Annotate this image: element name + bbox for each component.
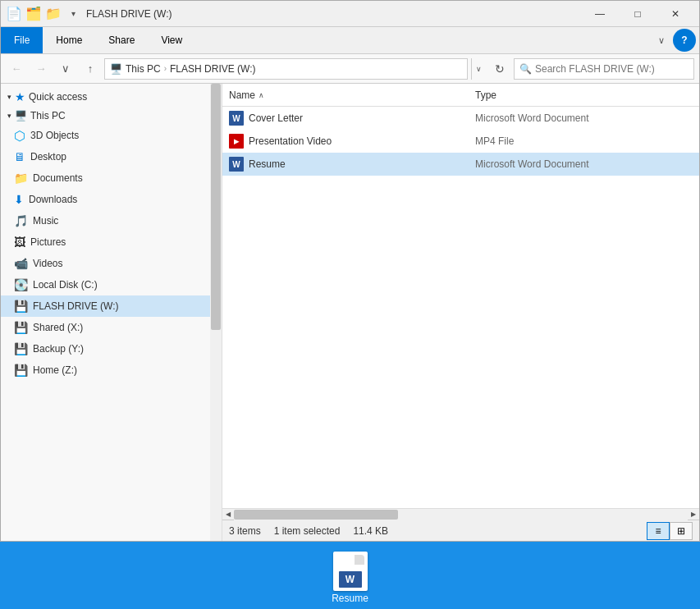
up-button[interactable]: ↑	[80, 58, 101, 80]
file-label-resume: Resume	[249, 158, 286, 170]
sidebar-item-documents[interactable]: 📁 Documents	[1, 167, 210, 189]
table-row[interactable]: W Cover Letter Microsoft Word Document	[222, 107, 699, 130]
quick-access-label[interactable]: Quick access	[29, 91, 87, 103]
sidebar-item-local-disk[interactable]: 💽 Local Disk (C:)	[1, 274, 210, 295]
desktop-icon: 🖥	[14, 150, 25, 163]
ribbon-collapse-button[interactable]: ∨	[650, 29, 673, 52]
path-dropdown-button[interactable]: ∨	[471, 58, 486, 80]
details-view-button[interactable]: ≡	[647, 522, 670, 540]
table-row[interactable]: ▶ Presentation Video MP4 File	[222, 130, 699, 153]
taskbar: W Resume	[0, 542, 700, 609]
videos-icon: 📹	[14, 257, 28, 270]
sidebar: ▾ ★ Quick access ▾ 🖥️ This PC ⬡ 3D Objec…	[1, 84, 222, 541]
view-toggle-buttons: ≡ ⊞	[647, 522, 693, 540]
sidebar-item-downloads[interactable]: ⬇ Downloads	[1, 189, 210, 210]
explorer-window: 📄 🗂️ 📁 ▾ FLASH DRIVE (W:) — □ ✕ File Hom…	[0, 0, 700, 542]
sidebar-scrollbar[interactable]	[210, 84, 222, 541]
refresh-button[interactable]: ↻	[489, 58, 510, 80]
sidebar-item-label-backup: Backup (Y:)	[33, 343, 84, 355]
sidebar-item-3d-objects[interactable]: ⬡ 3D Objects	[1, 125, 210, 146]
taskbar-word-badge: W	[339, 571, 362, 588]
h-scroll-thumb[interactable]	[234, 510, 398, 520]
tab-view[interactable]: View	[148, 27, 195, 53]
ribbon-right: ∨ ?	[650, 29, 699, 52]
large-icons-view-button[interactable]: ⊞	[670, 522, 693, 540]
address-bar: ← → ∨ ↑ 🖥️ This PC › FLASH DRIVE (W:) ∨ …	[1, 54, 699, 84]
ribbon-tabs: File Home Share View ∨ ?	[1, 27, 699, 53]
path-part-flashdrive[interactable]: FLASH DRIVE (W:)	[170, 63, 255, 75]
sidebar-item-label-3d: 3D Objects	[30, 130, 79, 141]
h-scroll-track[interactable]	[234, 509, 688, 520]
sidebar-scroll-thumb[interactable]	[211, 84, 221, 330]
sidebar-item-videos[interactable]: 📹 Videos	[1, 253, 210, 274]
sidebar-item-label-documents: Documents	[33, 172, 83, 184]
sidebar-inner: ▾ ★ Quick access ▾ 🖥️ This PC ⬡ 3D Objec…	[1, 84, 222, 381]
help-button[interactable]: ?	[673, 29, 696, 52]
column-name-header[interactable]: Name ∧	[222, 84, 469, 107]
h-scroll-right-button[interactable]: ▶	[688, 509, 699, 520]
ribbon: File Home Share View ∨ ?	[1, 27, 699, 54]
word-icon-cover-letter: W	[229, 111, 244, 126]
sidebar-item-pictures[interactable]: 🖼 Pictures	[1, 231, 210, 253]
file-name-presentation: ▶ Presentation Video	[222, 130, 469, 153]
column-header: Name ∧ Type	[222, 84, 699, 107]
quick-access-dropdown[interactable]: ▾	[65, 6, 81, 22]
sidebar-item-label-music: Music	[33, 215, 58, 227]
music-icon: 🎵	[14, 214, 28, 227]
window-controls: — □ ✕	[581, 1, 694, 27]
column-name-label: Name	[229, 89, 255, 101]
sidebar-item-flash-drive[interactable]: 💾 FLASH DRIVE (W:)	[1, 295, 210, 317]
close-button[interactable]: ✕	[657, 1, 694, 27]
sidebar-item-label-local-disk: Local Disk (C:)	[33, 279, 98, 291]
back-button[interactable]: ←	[6, 58, 27, 80]
address-path[interactable]: 🖥️ This PC › FLASH DRIVE (W:)	[104, 58, 468, 80]
sidebar-item-desktop[interactable]: 🖥 Desktop	[1, 146, 210, 167]
title-bar-icons: 📄 🗂️ 📁 ▾	[6, 6, 81, 22]
file-list: W Cover Letter Microsoft Word Document ▶…	[222, 107, 699, 508]
sidebar-item-music[interactable]: 🎵 Music	[1, 210, 210, 231]
recent-locations-button[interactable]: ∨	[55, 58, 76, 80]
file-type-presentation: MP4 File	[469, 130, 699, 153]
sidebar-item-shared[interactable]: 💾 Shared (X:)	[1, 317, 210, 338]
tab-home[interactable]: Home	[43, 27, 95, 53]
h-scroll-left-button[interactable]: ◀	[222, 509, 234, 520]
taskbar-file-label: Resume	[332, 593, 368, 604]
backup-icon: 💾	[14, 342, 28, 355]
sidebar-item-backup[interactable]: 💾 Backup (Y:)	[1, 338, 210, 359]
this-pc-arrow: ▾	[7, 112, 11, 120]
app-icon-3: 📁	[45, 6, 62, 22]
downloads-icon: ⬇	[14, 193, 24, 206]
quick-access-header: ▾ ★ Quick access	[1, 84, 210, 107]
taskbar-word-icon: W	[333, 552, 368, 591]
app-icon-2: 🗂️	[25, 6, 42, 22]
search-input[interactable]	[535, 63, 689, 75]
file-label-cover-letter: Cover Letter	[249, 112, 303, 124]
search-box[interactable]: 🔍	[514, 58, 694, 80]
tab-file[interactable]: File	[1, 27, 43, 53]
quick-access-star-icon: ★	[15, 90, 25, 103]
tab-share[interactable]: Share	[95, 27, 148, 53]
file-type-resume: Microsoft Word Document	[469, 153, 699, 176]
quick-access-arrow: ▾	[7, 93, 11, 101]
path-icon: 🖥️	[110, 63, 122, 75]
sidebar-item-label-pictures: Pictures	[30, 236, 66, 248]
horizontal-scrollbar[interactable]: ◀ ▶	[222, 508, 699, 520]
sidebar-item-label-downloads: Downloads	[29, 194, 77, 205]
sidebar-item-home[interactable]: 💾 Home (Z:)	[1, 359, 210, 381]
selected-info-label: 1 item selected	[274, 525, 341, 537]
shared-icon: 💾	[14, 321, 28, 334]
sidebar-item-label-videos: Videos	[33, 258, 62, 269]
table-row[interactable]: W Resume Microsoft Word Document	[222, 153, 699, 176]
file-label-presentation: Presentation Video	[249, 135, 332, 147]
sidebar-item-label-flash-drive: FLASH DRIVE (W:)	[33, 300, 118, 312]
forward-button[interactable]: →	[30, 58, 52, 80]
file-size-label: 11.4 KB	[353, 525, 388, 537]
this-pc-label[interactable]: This PC	[30, 110, 66, 121]
taskbar-file-icon[interactable]: W Resume	[332, 552, 368, 604]
sidebar-item-label-shared: Shared (X:)	[33, 322, 83, 333]
minimize-button[interactable]: —	[581, 1, 619, 27]
path-part-thispc[interactable]: This PC	[126, 63, 161, 75]
column-type-header[interactable]: Type	[469, 84, 699, 107]
maximize-button[interactable]: □	[619, 1, 657, 27]
3d-objects-icon: ⬡	[14, 128, 25, 144]
